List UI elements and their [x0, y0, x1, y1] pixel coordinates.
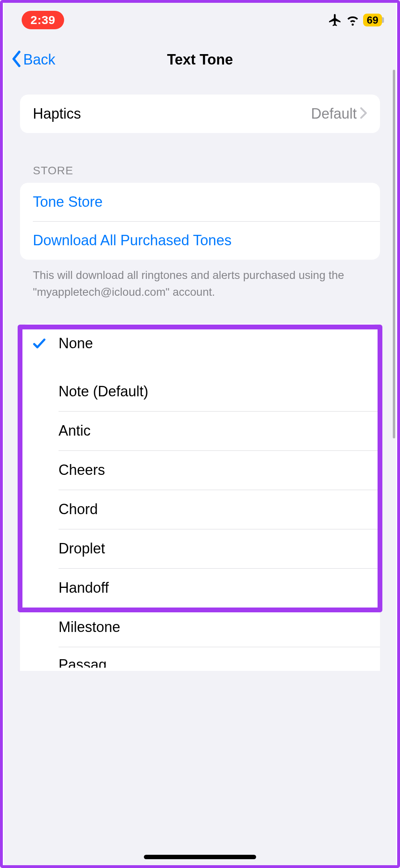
tone-label: Handoff [59, 579, 372, 596]
haptics-card: Haptics Default [20, 95, 380, 133]
chevron-right-icon [360, 107, 367, 121]
store-card: Tone Store Download All Purchased Tones [20, 183, 380, 260]
tone-label: Chord [59, 501, 372, 518]
tone-row[interactable]: Note (Default) [20, 372, 380, 411]
tone-label: Passag [59, 656, 372, 668]
chevron-left-icon [11, 50, 22, 69]
download-all-row[interactable]: Download All Purchased Tones [20, 221, 380, 260]
back-label: Back [23, 51, 55, 68]
tone-row[interactable]: Handoff [20, 568, 380, 608]
tone-label: None [59, 335, 372, 352]
page-title: Text Tone [167, 51, 233, 68]
back-button[interactable]: Back [11, 50, 55, 69]
tone-label: Droplet [59, 540, 372, 557]
tone-label: Note (Default) [59, 383, 372, 400]
nav-bar: Back Text Tone [4, 38, 396, 82]
home-indicator[interactable] [144, 855, 256, 859]
tone-row[interactable]: Passag [20, 647, 380, 671]
tone-row[interactable]: Cheers [20, 450, 380, 490]
haptics-row[interactable]: Haptics Default [20, 95, 380, 133]
store-footer: This will download all ringtones and ale… [20, 260, 380, 301]
status-right: 69 [328, 13, 384, 27]
haptics-label: Haptics [33, 105, 311, 122]
status-time-pill: 2:39 [22, 11, 64, 29]
airplane-mode-icon [328, 13, 342, 27]
tone-store-label: Tone Store [33, 194, 367, 210]
download-all-label: Download All Purchased Tones [33, 232, 367, 249]
tone-row[interactable]: Droplet [20, 529, 380, 568]
tone-row[interactable]: Antic [20, 411, 380, 450]
tone-label: Milestone [59, 619, 372, 636]
tone-row[interactable]: Chord [20, 490, 380, 529]
battery-cap [382, 17, 384, 23]
tone-row[interactable]: Milestone [20, 608, 380, 647]
wifi-icon [346, 14, 359, 26]
tone-list: NoneNote (Default)AnticCheersChordDrople… [20, 324, 380, 671]
tone-row[interactable]: None [20, 324, 380, 363]
scroll-indicator[interactable] [393, 70, 395, 438]
tone-store-row[interactable]: Tone Store [20, 183, 380, 221]
battery-indicator: 69 [363, 14, 384, 26]
checkmark-slot [20, 336, 59, 351]
screen: 2:39 69 Back Text Tone [4, 2, 396, 866]
status-bar: 2:39 69 [4, 2, 396, 38]
store-header: STORE [20, 164, 380, 183]
tone-label: Cheers [59, 462, 372, 478]
tone-label: Antic [59, 422, 372, 439]
checkmark-icon [32, 336, 47, 351]
battery-percent: 69 [363, 14, 382, 26]
content: Haptics Default STORE Tone Store Downloa… [4, 82, 396, 671]
haptics-value: Default [311, 105, 357, 122]
